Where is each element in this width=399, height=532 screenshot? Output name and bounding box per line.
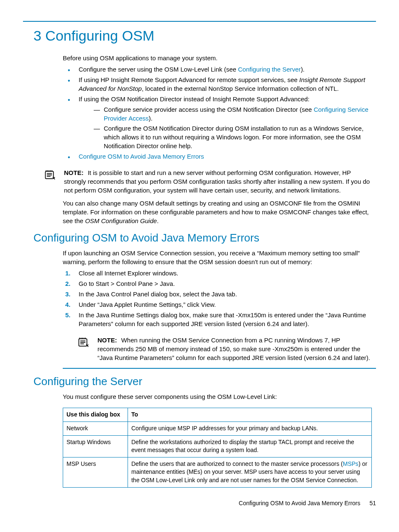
note-content: NOTE:It is possible to start and run a n… bbox=[64, 168, 372, 195]
section-server-intro: You must configure these server componen… bbox=[63, 392, 372, 401]
note-body: When running the OSM Service Connection … bbox=[97, 337, 370, 361]
step-1: Close all Internet Explorer windows. bbox=[63, 269, 372, 278]
chapter-title: 3 Configuring OSM bbox=[33, 26, 376, 46]
server-config-table: Use this dialog box To Network Configure… bbox=[63, 408, 372, 487]
step-2: Go to Start > Control Pane > Java. bbox=[63, 279, 372, 288]
link-java-memory[interactable]: Configure OSM to Avoid Java Memory Error… bbox=[79, 153, 204, 160]
cell-dialog: Startup Windows bbox=[63, 435, 128, 457]
bullet-configure-server: Configure the server using the OSM Low-L… bbox=[63, 65, 372, 74]
note-block-1: NOTE:It is possible to start and run a n… bbox=[23, 168, 376, 195]
step-3: In the Java Control Panel dialog box, se… bbox=[63, 290, 372, 298]
th-to: To bbox=[128, 408, 371, 422]
italic-text: OSM Configuration Guide bbox=[85, 217, 157, 224]
note-label: NOTE: bbox=[64, 169, 84, 176]
cell-dialog: Network bbox=[63, 421, 128, 435]
table-row: Startup Windows Define the workstations … bbox=[63, 435, 372, 457]
intro-bullet-list: Configure the server using the OSM Low-L… bbox=[63, 65, 372, 161]
step-5: In the Java Runtime Settings dialog box,… bbox=[63, 311, 372, 328]
page-number: 51 bbox=[369, 500, 376, 506]
note-icon bbox=[44, 169, 61, 183]
text: , located in the external NonStop Servic… bbox=[142, 85, 339, 92]
text: Configure the server using the OSM Low-L… bbox=[79, 66, 238, 73]
page-footer: Configuring OSM to Avoid Java Memory Err… bbox=[23, 499, 376, 508]
table-row: MSP Users Define the users that are auth… bbox=[63, 457, 372, 487]
link-msps[interactable]: MSPs bbox=[343, 460, 358, 467]
text: Define the users that are authorized to … bbox=[131, 460, 343, 467]
note-content: NOTE:When running the OSM Service Connec… bbox=[97, 336, 372, 362]
cell-dialog: MSP Users bbox=[63, 457, 128, 487]
th-dialog: Use this dialog box bbox=[63, 408, 128, 422]
note-label: NOTE: bbox=[97, 337, 117, 344]
intro-paragraph: Before using OSM applications to manage … bbox=[63, 54, 372, 62]
note-body: It is possible to start and run a new se… bbox=[64, 169, 370, 194]
cell-desc: Define the workstations authorized to di… bbox=[128, 435, 371, 457]
note-icon bbox=[77, 337, 94, 350]
text: Configure service provider access using … bbox=[104, 106, 314, 113]
osmconf-paragraph: You can also change many OSM default set… bbox=[63, 199, 372, 225]
bullet-java-memory: Configure OSM to Avoid Java Memory Error… bbox=[63, 152, 372, 161]
text: ). bbox=[301, 66, 304, 73]
section-server-title: Configuring the Server bbox=[33, 374, 376, 389]
link-configuring-server[interactable]: Configuring the Server bbox=[238, 66, 301, 73]
bullet-notification-director: If using the OSM Notification Director i… bbox=[63, 95, 372, 150]
chapter-top-rule bbox=[23, 21, 376, 22]
dash-service-provider: Configure service provider access using … bbox=[91, 105, 372, 123]
text: If using HP Insight Remote Support Advan… bbox=[79, 76, 299, 83]
steps-list: Close all Internet Explorer windows. Go … bbox=[63, 269, 372, 328]
note-block-2: NOTE:When running the OSM Service Connec… bbox=[56, 336, 376, 362]
section-java-memory-title: Configuring OSM to Avoid Java Memory Err… bbox=[33, 230, 376, 245]
text: . bbox=[157, 217, 159, 224]
section-rule bbox=[63, 368, 376, 369]
footer-section: Configuring OSM to Avoid Java Memory Err… bbox=[239, 500, 361, 506]
text: ). bbox=[149, 115, 153, 122]
table-row: Network Configure unique MSP IP addresse… bbox=[63, 421, 372, 435]
section-java-memory-intro: If upon launching an OSM Service Connect… bbox=[63, 249, 372, 266]
text: If using the OSM Notification Director i… bbox=[79, 95, 309, 103]
sub-list: Configure service provider access using … bbox=[91, 105, 372, 150]
table-header-row: Use this dialog box To bbox=[63, 408, 372, 422]
cell-desc: Configure unique MSP IP addresses for yo… bbox=[128, 421, 371, 435]
bullet-insight-remote: If using HP Insight Remote Support Advan… bbox=[63, 75, 372, 93]
cell-desc: Define the users that are authorized to … bbox=[128, 457, 371, 487]
dash-windows-service: Configure the OSM Notification Director … bbox=[91, 124, 372, 150]
step-4: Under “Java Applet Runtime Settings,” cl… bbox=[63, 300, 372, 309]
